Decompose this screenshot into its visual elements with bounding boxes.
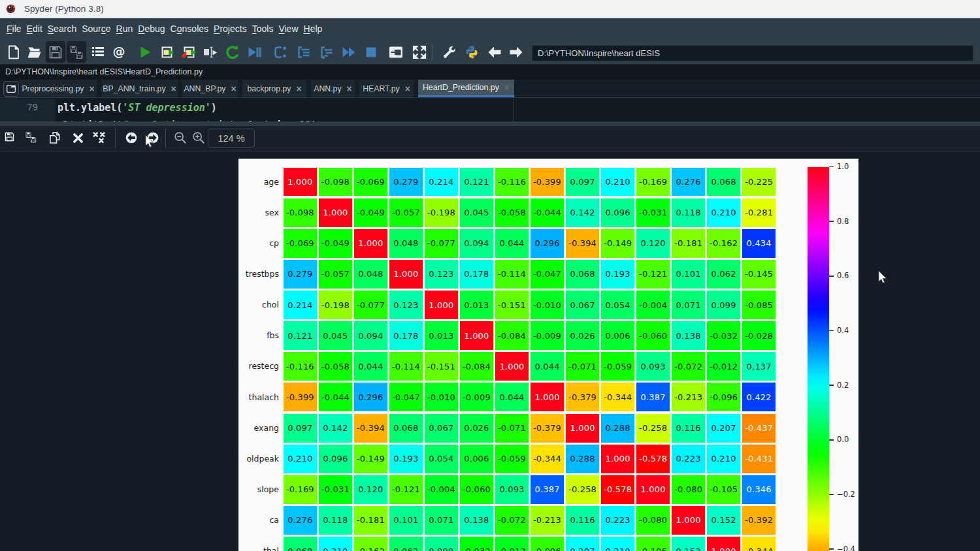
- zoom-out-button[interactable]: [173, 131, 188, 145]
- tab-bp_ann_train[interactable]: BP_ANN_train.py×: [101, 80, 178, 97]
- tab-backprop[interactable]: backprop.py×: [242, 80, 306, 97]
- menu-search[interactable]: Search: [45, 18, 79, 39]
- heatmap-cell: 0.071: [425, 506, 458, 535]
- debug-stop-button[interactable]: [363, 44, 380, 61]
- menu-label-glyph: o: [191, 24, 197, 34]
- debug-step-into-button[interactable]: [295, 44, 312, 61]
- zoom-in-button[interactable]: [191, 131, 206, 145]
- menu-label-glyph: e: [230, 24, 235, 34]
- heatmap-cell: 0.045: [460, 198, 493, 227]
- debug-step-out-button[interactable]: [318, 44, 335, 61]
- menu-view[interactable]: View: [276, 18, 301, 39]
- debug-step-button[interactable]: [272, 44, 289, 61]
- tab-close-icon[interactable]: ×: [347, 84, 352, 93]
- tab-heart[interactable]: HEART.py×: [359, 80, 414, 97]
- menu-label-glyph: h: [71, 24, 76, 34]
- close-plot-icon: [72, 132, 84, 144]
- open-file-button[interactable]: [26, 44, 43, 61]
- code-editor[interactable]: 79 plt.ylabel('ST depression')plt.title(…: [0, 99, 980, 122]
- heatmap-cell: -0.071: [495, 414, 529, 443]
- menu-file[interactable]: File: [4, 18, 24, 39]
- heatmap-cell: -0.162: [707, 229, 740, 258]
- heatmap-cell: 0.094: [460, 229, 493, 258]
- save-button[interactable]: [46, 41, 65, 63]
- menu-debug[interactable]: Debug: [135, 18, 167, 39]
- tab-ann_bp[interactable]: ANN_BP.py×: [182, 80, 238, 97]
- correlation-heatmap-figure[interactable]: agesexcptrestbpscholfbsrestecgthalachexa…: [238, 159, 858, 551]
- heatmap-cell: 0.071: [672, 291, 705, 319]
- heatmap-cell: 0.026: [460, 414, 493, 443]
- re-run-button[interactable]: [223, 44, 240, 61]
- spyder-logo-icon: [6, 4, 16, 14]
- colorbar-tick-label: 0.6: [837, 271, 849, 280]
- pane-splitter[interactable]: [0, 121, 980, 126]
- menu-consoles[interactable]: Consoles: [168, 18, 211, 39]
- zoom-in-icon: [191, 131, 206, 145]
- heatmap-cell: -0.145: [742, 260, 776, 289]
- run-selection-button[interactable]: [201, 44, 218, 61]
- tab-close-icon[interactable]: ×: [405, 84, 410, 93]
- colorbar-tick: [829, 221, 834, 222]
- tab-heartd_prediction[interactable]: HeartD_Prediction.py×: [418, 80, 514, 97]
- row-label-thal: thal: [238, 537, 279, 551]
- heatmap-cell: -0.032: [707, 321, 740, 350]
- next-plot-button[interactable]: [146, 131, 159, 144]
- fullscreen-button[interactable]: [411, 44, 428, 61]
- heatmap-cell: -0.162: [354, 537, 387, 551]
- close-plot-button[interactable]: [72, 132, 84, 144]
- save-plot-button[interactable]: [4, 131, 17, 144]
- back-button[interactable]: [486, 44, 503, 61]
- browse-tabs-button[interactable]: [3, 81, 19, 97]
- heatmap-cell: 0.279: [389, 168, 423, 197]
- close-all-plots-button[interactable]: [92, 131, 106, 145]
- copy-plot-icon: [48, 131, 61, 144]
- menu-label-glyph: T: [252, 24, 257, 34]
- preferences-button[interactable]: [441, 44, 458, 61]
- heatmap-cell: -0.181: [672, 229, 705, 258]
- browse-tabs-icon: [7, 85, 16, 93]
- symbol-finder-button[interactable]: @: [110, 44, 127, 61]
- debug-file-button[interactable]: [246, 44, 263, 61]
- tab-close-icon[interactable]: ×: [171, 84, 176, 93]
- python-path-button[interactable]: [463, 44, 480, 61]
- debug-continue-button[interactable]: [340, 44, 357, 61]
- working-directory-input[interactable]: D:\PYTHON\Inspire\heart dESIS: [532, 45, 973, 61]
- menu-edit[interactable]: Edit: [24, 18, 45, 39]
- run-file-button[interactable]: [137, 44, 154, 61]
- save-all-button[interactable]: [67, 41, 86, 63]
- heatmap-cell: 1.000: [425, 291, 458, 319]
- heatmap-cell: -0.060: [636, 321, 670, 350]
- tab-preprocessing[interactable]: Preprocessing.py×: [20, 80, 97, 97]
- heatmap-cell: -0.069: [354, 168, 387, 197]
- forward-button[interactable]: [508, 44, 525, 61]
- heatmap-cell: 0.068: [707, 168, 740, 197]
- tab-ann[interactable]: ANN.py×: [311, 80, 355, 97]
- menu-help[interactable]: Help: [301, 18, 325, 39]
- plots-toolbar: 124 %: [0, 126, 980, 151]
- new-file-button[interactable]: [5, 44, 22, 61]
- save-all-plots-button[interactable]: [25, 131, 38, 144]
- copy-plot-button[interactable]: [48, 131, 61, 144]
- heatmap-cell: 0.123: [425, 260, 458, 289]
- maximize-pane-button[interactable]: [387, 44, 404, 61]
- heatmap-cell: 0.093: [495, 475, 529, 504]
- run-cell-button[interactable]: [159, 44, 176, 61]
- heatmap-cell: 0.097: [284, 414, 317, 443]
- heatmap-cell: -0.084: [495, 321, 529, 350]
- colorbar-tick: [829, 439, 834, 441]
- tab-close-icon[interactable]: ×: [89, 84, 94, 93]
- menu-tools[interactable]: Tools: [250, 18, 276, 39]
- heatmap-cell: -0.437: [742, 414, 776, 443]
- menu-label-glyph: w: [291, 24, 298, 34]
- menu-projects[interactable]: Projects: [211, 18, 250, 39]
- file-switcher-button[interactable]: [90, 44, 106, 61]
- tab-label: ANN_BP.py: [184, 84, 225, 93]
- run-cell-advance-button[interactable]: [180, 44, 197, 61]
- tab-close-icon[interactable]: ×: [296, 84, 301, 93]
- heatmap-cell: 0.210: [601, 168, 634, 197]
- tab-close-icon[interactable]: ×: [231, 84, 236, 93]
- previous-plot-button[interactable]: [125, 131, 138, 144]
- menu-source[interactable]: Source: [79, 18, 113, 39]
- menu-run[interactable]: Run: [114, 18, 136, 39]
- tab-close-icon[interactable]: ×: [504, 83, 510, 92]
